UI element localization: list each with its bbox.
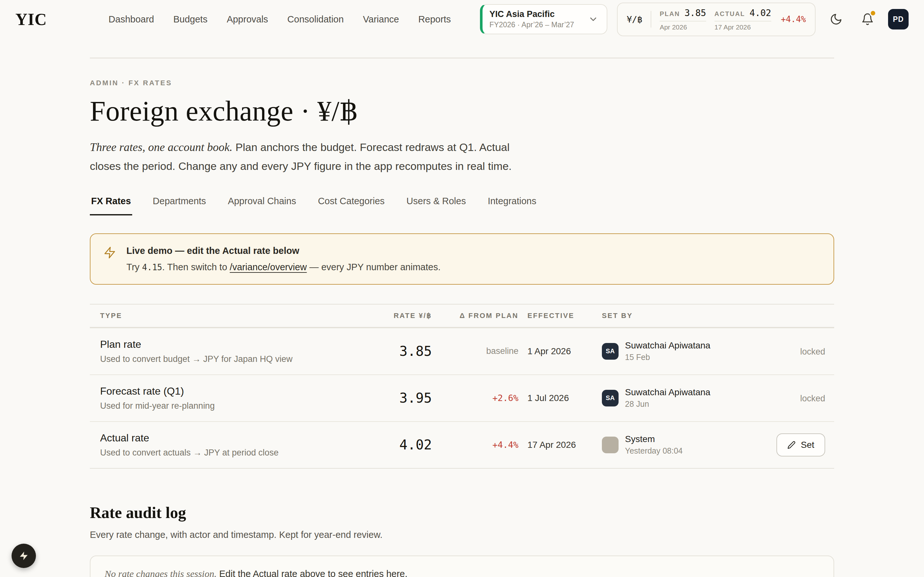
- entity-selector[interactable]: YIC Asia Pacific FY2026 · Apr’26 – Mar’2…: [480, 4, 607, 34]
- entity-selector-text: YIC Asia Pacific FY2026 · Apr’26 – Mar’2…: [489, 9, 574, 29]
- rate-value: 3.85: [366, 343, 432, 359]
- plan-value: 3.85: [684, 8, 706, 18]
- notifications-button[interactable]: [857, 8, 879, 30]
- entity-period: FY2026 · Apr’26 – Mar’27: [489, 21, 574, 29]
- widget-divider: [651, 11, 651, 27]
- tab-users-roles[interactable]: Users & Roles: [405, 195, 467, 215]
- row-type-cell: Plan rate Used to convert budget → JPY f…: [90, 338, 366, 364]
- setter-name: System: [625, 434, 683, 444]
- brand-logo[interactable]: YIC: [15, 10, 47, 29]
- callout-body: Try 4.15. Then switch to /variance/overv…: [126, 262, 441, 272]
- setter-info: Suwatchai Apiwatana 15 Feb: [625, 340, 710, 362]
- intro-emphasis: Three rates, one account book.: [90, 141, 233, 153]
- locked-label: locked: [800, 347, 825, 356]
- zap-icon: [103, 246, 116, 259]
- tab-fx-rates[interactable]: FX Rates: [90, 195, 132, 215]
- page-intro: Three rates, one account book. Plan anch…: [90, 137, 539, 175]
- plan-date: Apr 2026: [660, 21, 706, 31]
- rate-delta-badge: +4.4%: [781, 15, 806, 24]
- set-button-label: Set: [801, 440, 814, 450]
- table-row-plan-rate: Plan rate Used to convert budget → JPY f…: [90, 327, 834, 374]
- plan-label: PLAN: [660, 10, 680, 18]
- nav-item-dashboard[interactable]: Dashboard: [108, 14, 154, 25]
- actual-value: 4.02: [750, 8, 771, 18]
- callout-mid-text: . Then switch to: [162, 262, 230, 272]
- rate-type-label: Actual rate: [100, 432, 366, 444]
- setter-name: Suwatchai Apiwatana: [625, 340, 710, 351]
- setter-info: Suwatchai Apiwatana 28 Jun: [625, 387, 710, 409]
- nav-item-budgets[interactable]: Budgets: [173, 14, 207, 25]
- set-by-cell: SA Suwatchai Apiwatana 28 Jun: [602, 387, 757, 409]
- effective-date: 17 Apr 2026: [519, 440, 602, 450]
- locked-label: locked: [800, 394, 825, 403]
- col-header-rate: RATE ¥/฿: [366, 311, 432, 320]
- set-by-cell: SA Suwatchai Apiwatana 15 Feb: [602, 340, 757, 362]
- set-rate-button[interactable]: Set: [776, 434, 825, 456]
- set-date: Yesterday 08:04: [625, 446, 683, 456]
- tab-departments[interactable]: Departments: [152, 195, 207, 215]
- rate-type-label: Forecast rate (Q1): [100, 385, 366, 397]
- row-type-cell: Actual rate Used to convert actuals → JP…: [90, 432, 366, 458]
- set-date: 15 Feb: [625, 353, 710, 362]
- empty-state-text: Edit the Actual rate above to see entrie…: [216, 569, 407, 577]
- chevron-down-icon: [588, 14, 598, 24]
- callout-title: Live demo — edit the Actual rate below: [126, 245, 441, 256]
- content-divider: [90, 58, 834, 58]
- effective-date: 1 Apr 2026: [519, 346, 602, 356]
- tab-cost-categories[interactable]: Cost Categories: [317, 195, 386, 215]
- nav-item-variance[interactable]: Variance: [363, 14, 399, 25]
- delta-from-plan: baseline: [432, 346, 519, 356]
- main-content: ADMIN · FX RATES Foreign exchange · ¥/฿ …: [90, 58, 834, 577]
- actual-rate-summary: ACTUAL 4.02 17 Apr 2026: [714, 8, 771, 31]
- pencil-icon: [787, 441, 796, 449]
- audit-log-title: Rate audit log: [90, 503, 834, 522]
- nav-item-reports[interactable]: Reports: [418, 14, 451, 25]
- user-avatar[interactable]: PD: [888, 9, 909, 29]
- plan-rate-summary: PLAN 3.85 Apr 2026: [660, 8, 706, 31]
- set-by-cell: System Yesterday 08:04: [602, 434, 757, 456]
- rate-type-description: Used for mid-year re-planning: [100, 401, 366, 411]
- tab-approval-chains[interactable]: Approval Chains: [226, 195, 297, 215]
- theme-toggle-button[interactable]: [825, 8, 847, 30]
- system-avatar: [602, 437, 619, 453]
- topbar-right-cluster: YIC Asia Pacific FY2026 · Apr’26 – Mar’2…: [480, 3, 909, 36]
- actual-label: ACTUAL: [714, 10, 745, 18]
- moon-icon: [830, 13, 843, 26]
- rate-value: 3.95: [366, 390, 432, 406]
- rate-type-description: Used to convert actuals → JPY at period …: [100, 448, 366, 458]
- fx-summary-widget: ¥/฿ PLAN 3.85 Apr 2026 ACTUAL 4.02 17 Ap…: [617, 3, 816, 36]
- col-header-effective: EFFECTIVE: [519, 311, 602, 320]
- callout-try-text: Try: [126, 262, 142, 272]
- setter-avatar: SA: [602, 390, 619, 406]
- notification-dot: [871, 11, 875, 15]
- tab-integrations[interactable]: Integrations: [486, 195, 538, 215]
- setter-name: Suwatchai Apiwatana: [625, 387, 710, 398]
- col-header-type: TYPE: [90, 311, 366, 320]
- audit-log-subtitle: Every rate change, with actor and timest…: [90, 530, 834, 540]
- col-header-delta: Δ FROM PLAN: [432, 311, 519, 320]
- nav-item-consolidation[interactable]: Consolidation: [288, 14, 344, 25]
- rate-type-label: Plan rate: [100, 338, 366, 350]
- nav-item-approvals[interactable]: Approvals: [227, 14, 268, 25]
- audit-empty-state: No rate changes this session. Edit the A…: [90, 556, 834, 577]
- table-row-forecast-rate: Forecast rate (Q1) Used for mid-year re-…: [90, 374, 834, 421]
- col-header-set-by: SET BY: [602, 311, 757, 320]
- rate-audit-log-section: Rate audit log Every rate change, with a…: [90, 503, 834, 577]
- row-type-cell: Forecast rate (Q1) Used for mid-year re-…: [90, 385, 366, 411]
- actual-date: 17 Apr 2026: [714, 21, 771, 31]
- rate-type-description: Used to convert budget → JPY for Japan H…: [100, 354, 366, 364]
- quick-actions-fab[interactable]: [11, 544, 36, 568]
- fx-rates-table: TYPE RATE ¥/฿ Δ FROM PLAN EFFECTIVE SET …: [90, 304, 834, 469]
- inline-code-rate: 4.15: [142, 263, 162, 272]
- entity-name: YIC Asia Pacific: [489, 9, 574, 19]
- breadcrumb: ADMIN · FX RATES: [90, 79, 834, 87]
- primary-nav: Dashboard Budgets Approvals Consolidatio…: [108, 14, 451, 25]
- page-title: Foreign exchange · ¥/฿: [90, 95, 834, 127]
- variance-overview-link[interactable]: /variance/overview: [230, 262, 307, 272]
- setter-avatar: SA: [602, 343, 619, 359]
- admin-tabs: FX Rates Departments Approval Chains Cos…: [90, 195, 834, 215]
- table-row-actual-rate: Actual rate Used to convert actuals → JP…: [90, 421, 834, 468]
- empty-state-emphasis: No rate changes this session.: [105, 568, 216, 577]
- setter-info: System Yesterday 08:04: [625, 434, 683, 456]
- set-date: 28 Jun: [625, 400, 710, 409]
